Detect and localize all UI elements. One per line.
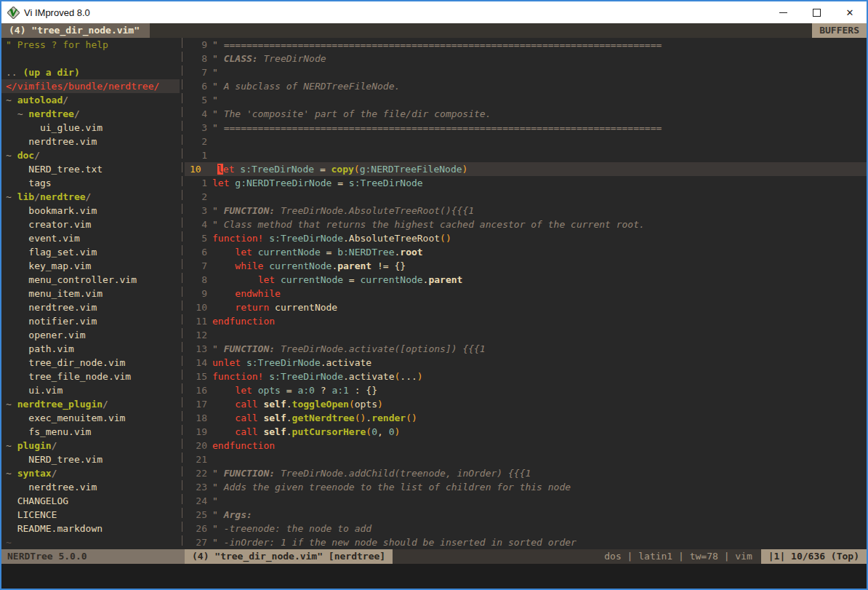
tree-item[interactable]: menu_controller.vim bbox=[1, 273, 180, 287]
tree-item[interactable]: " Press ? for help bbox=[1, 38, 180, 52]
token: ) bbox=[394, 426, 400, 437]
command-line[interactable] bbox=[1, 564, 867, 589]
token bbox=[212, 302, 235, 313]
tree-item[interactable]: README.markdown bbox=[1, 522, 180, 535]
tree-item[interactable]: tree_dir_node.vim bbox=[1, 356, 180, 370]
line-number: 7 bbox=[185, 259, 212, 273]
token: " -treenode: the node to add bbox=[212, 523, 371, 534]
code-line[interactable]: 5" bbox=[185, 93, 867, 107]
code-line[interactable]: 21 bbox=[185, 453, 867, 466]
code-line[interactable]: 12 bbox=[185, 328, 867, 342]
line-number: 18 bbox=[185, 411, 212, 425]
code-line[interactable]: 2 bbox=[185, 190, 867, 204]
code-line[interactable]: 26" -treenode: the node to add bbox=[185, 522, 867, 535]
code-line[interactable]: 2 bbox=[185, 135, 867, 148]
code-line[interactable]: 7 while currentNode.parent != {} bbox=[185, 259, 867, 273]
line-number: 20 bbox=[185, 439, 212, 453]
line-number: 19 bbox=[185, 425, 212, 439]
code-line-current[interactable]: 10let s:TreeDirNode = copy(g:NERDTreeFil… bbox=[185, 162, 867, 176]
code-line[interactable]: 23" Adds the given treenode to the list … bbox=[185, 480, 867, 494]
code-line[interactable]: 16 let opts = a:0 ? a:1 : {} bbox=[185, 383, 867, 397]
line-number: 17 bbox=[185, 397, 212, 411]
token: call bbox=[235, 412, 257, 423]
tree-item[interactable]: ~ plugin/ bbox=[1, 439, 180, 453]
code-line[interactable]: 17 call self.toggleOpen(opts) bbox=[185, 397, 867, 411]
tree-item[interactable]: ~ bbox=[1, 535, 180, 549]
code-line[interactable]: 1let g:NERDTreeDirNode = s:TreeDirNode bbox=[185, 176, 867, 190]
code-line[interactable]: 14unlet s:TreeDirNode.activate bbox=[185, 356, 867, 370]
tree-item[interactable]: tree_file_node.vim bbox=[1, 370, 180, 383]
tree-item[interactable]: opener.vim bbox=[1, 328, 180, 342]
tree-item[interactable]: LICENCE bbox=[1, 508, 180, 522]
code-line[interactable]: 9" =====================================… bbox=[185, 38, 867, 52]
tree-item[interactable]: fs_menu.vim bbox=[1, 425, 180, 439]
code-line[interactable]: 3" FUNCTION: TreeDirNode.AbsoluteTreeRoo… bbox=[185, 204, 867, 218]
maximize-button[interactable] bbox=[800, 1, 833, 23]
token: 0 bbox=[371, 426, 377, 437]
tree-item[interactable]: tags bbox=[1, 176, 180, 190]
tree-root-item[interactable]: </vimfiles/bundle/nerdtree/ bbox=[1, 79, 180, 93]
tree-item[interactable]: notifier.vim bbox=[1, 314, 180, 328]
tree-item[interactable]: event.vim bbox=[1, 231, 180, 245]
tree-item[interactable]: CHANGELOG bbox=[1, 494, 180, 508]
code-line[interactable]: 9 endwhile bbox=[185, 287, 867, 300]
code-line[interactable]: 8" CLASS: TreeDirNode bbox=[185, 52, 867, 65]
tree-item[interactable]: exec_menuitem.vim bbox=[1, 411, 180, 425]
tree-item[interactable]: .. (up a dir) bbox=[1, 65, 180, 79]
tree-item[interactable]: ui_glue.vim bbox=[1, 121, 180, 135]
tree-item[interactable]: ~ lib/nerdtree/ bbox=[1, 190, 180, 204]
token: ~ bbox=[6, 150, 17, 161]
tree-item[interactable]: bookmark.vim bbox=[1, 204, 180, 218]
code-line[interactable]: 4" The 'composite' part of the file/dir … bbox=[185, 107, 867, 121]
tree-item[interactable]: ~ nerdtree_plugin/ bbox=[1, 397, 180, 411]
code-line[interactable]: 4" Class method that returns the highest… bbox=[185, 218, 867, 231]
token: () bbox=[406, 412, 417, 423]
tree-item[interactable]: flag_set.vim bbox=[1, 245, 180, 259]
code-line[interactable]: 15function! s:TreeDirNode.activate(...) bbox=[185, 370, 867, 383]
code-line[interactable]: 8 let currentNode = currentNode.parent bbox=[185, 273, 867, 287]
tree-item[interactable]: NERD_tree.txt bbox=[1, 162, 180, 176]
code-line[interactable]: 11endfunction bbox=[185, 314, 867, 328]
tree-item[interactable]: menu_item.vim bbox=[1, 287, 180, 300]
code-line[interactable]: 5function! s:TreeDirNode.AbsoluteTreeRoo… bbox=[185, 231, 867, 245]
tree-item[interactable]: ~ nerdtree/ bbox=[1, 107, 180, 121]
tab-tree-dir-node[interactable]: (4) "tree_dir_node.vim" bbox=[1, 23, 150, 38]
code-line[interactable]: 19 call self.putCursorHere(0, 0) bbox=[185, 425, 867, 439]
code-line[interactable]: 22" FUNCTION: TreeDirNode.addChild(treen… bbox=[185, 466, 867, 480]
code-line[interactable]: 24" bbox=[185, 494, 867, 508]
token: return bbox=[235, 302, 269, 313]
tree-item[interactable]: path.vim bbox=[1, 342, 180, 356]
code-line[interactable]: 20endfunction bbox=[185, 439, 867, 453]
token: s:TreeDirNode bbox=[246, 357, 321, 368]
token: / bbox=[63, 95, 68, 105]
code-line[interactable]: 10 return currentNode bbox=[185, 300, 867, 314]
token: currentNode bbox=[269, 302, 337, 313]
tree-item[interactable]: NERD_tree.vim bbox=[1, 453, 180, 466]
code-line[interactable]: 7" bbox=[185, 65, 867, 79]
tree-item[interactable]: nerdtree.vim bbox=[1, 135, 180, 148]
code-line[interactable]: 6" A subclass of NERDTreeFileNode. bbox=[185, 79, 867, 93]
tree-item[interactable] bbox=[1, 52, 180, 65]
tree-item[interactable]: ~ doc/ bbox=[1, 148, 180, 162]
tree-item[interactable]: nerdtree.vim bbox=[1, 300, 180, 314]
window-separator[interactable] bbox=[180, 38, 185, 549]
statusline-nerdtree-version: NERDTree 5.0.0 bbox=[1, 549, 185, 564]
code-line[interactable]: 13" FUNCTION: TreeDirNode.activate([opti… bbox=[185, 342, 867, 356]
code-line[interactable]: 6 let currentNode = b:NERDTree.root bbox=[185, 245, 867, 259]
tree-item[interactable]: ui.vim bbox=[1, 383, 180, 397]
line-number: 15 bbox=[185, 370, 212, 383]
code-line[interactable]: 18 call self.getNerdtree().render() bbox=[185, 411, 867, 425]
tree-item[interactable]: nerdtree.vim bbox=[1, 480, 180, 494]
token: / bbox=[103, 399, 108, 410]
code-line[interactable]: 1 bbox=[185, 148, 867, 162]
tree-item[interactable]: key_map.vim bbox=[1, 259, 180, 273]
code-line[interactable]: 25" Args: bbox=[185, 508, 867, 522]
code-line[interactable]: 27" -inOrder: 1 if the new node should b… bbox=[185, 535, 867, 549]
code-line[interactable]: 3" =====================================… bbox=[185, 121, 867, 135]
tree-item[interactable]: ~ syntax/ bbox=[1, 466, 180, 480]
line-number: 27 bbox=[185, 535, 212, 549]
tree-item[interactable]: creator.vim bbox=[1, 218, 180, 231]
tree-item[interactable]: ~ autoload/ bbox=[1, 93, 180, 107]
minimize-button[interactable] bbox=[766, 1, 800, 23]
close-button[interactable]: ✕ bbox=[833, 1, 867, 23]
